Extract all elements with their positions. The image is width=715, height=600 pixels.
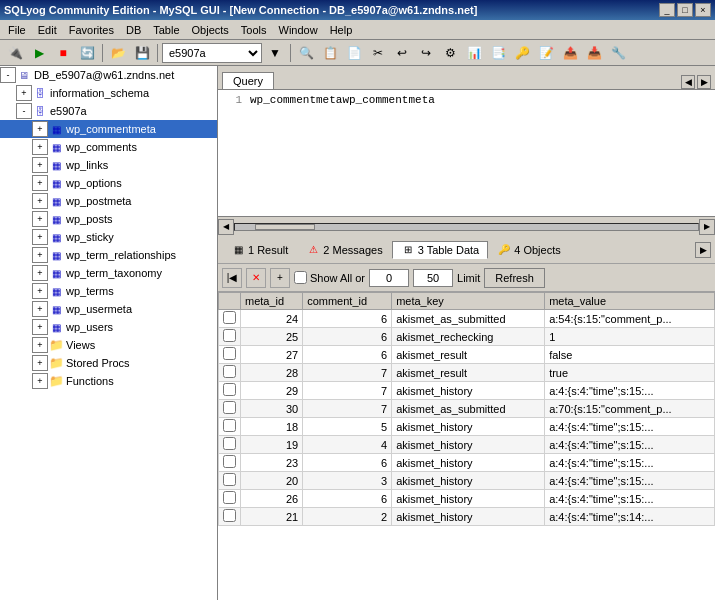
row-checkbox[interactable] <box>223 455 236 468</box>
col-header-comment-id[interactable]: comment_id <box>303 293 392 310</box>
row-checkbox[interactable] <box>223 473 236 486</box>
col-header-meta-id[interactable]: meta_id <box>241 293 303 310</box>
row-checkbox[interactable] <box>223 419 236 432</box>
sidebar-item-functions[interactable]: + 📁 Functions <box>0 372 217 390</box>
sidebar-item-wp-comments[interactable]: + ▦ wp_comments <box>0 138 217 156</box>
expander-info[interactable]: + <box>16 85 32 101</box>
expander-functions[interactable]: + <box>32 373 48 389</box>
tools-btn7[interactable]: 📥 <box>583 42 605 64</box>
expander-views[interactable]: + <box>32 337 48 353</box>
col-header-meta-key[interactable]: meta_key <box>392 293 545 310</box>
sidebar-item-views[interactable]: + 📁 Views <box>0 336 217 354</box>
expander-wp-options[interactable]: + <box>32 175 48 191</box>
minimize-button[interactable]: _ <box>659 3 675 17</box>
table-row[interactable]: 25 6 akismet_rechecking 1 <box>219 328 715 346</box>
expander-wp-sticky[interactable]: + <box>32 229 48 245</box>
execute-button[interactable]: ▶ <box>28 42 50 64</box>
table-row[interactable]: 24 6 akismet_as_submitted a:54:{s:15:"co… <box>219 310 715 328</box>
tools-btn1[interactable]: ⚙ <box>439 42 461 64</box>
sidebar-item-wp-term-rel[interactable]: + ▦ wp_term_relationships <box>0 246 217 264</box>
menu-file[interactable]: File <box>2 22 32 38</box>
expander-e5907a[interactable]: - <box>16 103 32 119</box>
row-checkbox[interactable] <box>223 365 236 378</box>
menu-edit[interactable]: Edit <box>32 22 63 38</box>
row-checkbox[interactable] <box>223 509 236 522</box>
sidebar-item-wp-users[interactable]: + ▦ wp_users <box>0 318 217 336</box>
tab-objects[interactable]: 🔑 4 Objects <box>488 241 569 259</box>
tools-btn8[interactable]: 🔧 <box>607 42 629 64</box>
expander-stored-procs[interactable]: + <box>32 355 48 371</box>
expander-wp-links[interactable]: + <box>32 157 48 173</box>
database-selector[interactable]: e5907a <box>162 43 262 63</box>
row-checkbox[interactable] <box>223 329 236 342</box>
window-controls[interactable]: _ □ × <box>659 3 711 17</box>
show-all-checkbox[interactable] <box>294 271 307 284</box>
menu-help[interactable]: Help <box>324 22 359 38</box>
row-checkbox[interactable] <box>223 311 236 324</box>
tab-table-data[interactable]: ⊞ 3 Table Data <box>392 241 489 259</box>
expander-wp-commentmeta[interactable]: + <box>32 121 48 137</box>
tab-more-button[interactable]: ▶ <box>695 242 711 258</box>
paste-button[interactable]: 📄 <box>343 42 365 64</box>
table-row[interactable]: 28 7 akismet_result true <box>219 364 715 382</box>
sidebar-item-wp-links[interactable]: + ▦ wp_links <box>0 156 217 174</box>
sidebar-item-wp-sticky[interactable]: + ▦ wp_sticky <box>0 228 217 246</box>
row-checkbox[interactable] <box>223 401 236 414</box>
h-scroll-track[interactable] <box>234 223 699 231</box>
expander-wp-postmeta[interactable]: + <box>32 193 48 209</box>
query-tab[interactable]: Query <box>222 72 274 89</box>
row-checkbox[interactable] <box>223 437 236 450</box>
sidebar-item-server[interactable]: - 🖥 DB_e5907a@w61.zndns.net <box>0 66 217 84</box>
refresh-button[interactable]: Refresh <box>484 268 545 288</box>
table-row[interactable]: 23 6 akismet_history a:4:{s:4:"time";s:1… <box>219 454 715 472</box>
undo-button[interactable]: ↩ <box>391 42 413 64</box>
redo-button[interactable]: ↪ <box>415 42 437 64</box>
table-row[interactable]: 29 7 akismet_history a:4:{s:4:"time";s:1… <box>219 382 715 400</box>
scroll-left[interactable]: ◀ <box>218 219 234 235</box>
scroll-right[interactable]: ▶ <box>699 219 715 235</box>
refresh-schema-button[interactable]: 🔄 <box>76 42 98 64</box>
expander-wp-users[interactable]: + <box>32 319 48 335</box>
dropdown-arrow[interactable]: ▼ <box>264 42 286 64</box>
expander-wp-comments[interactable]: + <box>32 139 48 155</box>
offset-input[interactable] <box>369 269 409 287</box>
table-row[interactable]: 19 4 akismet_history a:4:{s:4:"time";s:1… <box>219 436 715 454</box>
tools-btn6[interactable]: 📤 <box>559 42 581 64</box>
cut-button[interactable]: ✂ <box>367 42 389 64</box>
copy-button[interactable]: 📋 <box>319 42 341 64</box>
row-checkbox[interactable] <box>223 383 236 396</box>
query-nav-left[interactable]: ◀ <box>681 75 695 89</box>
limit-input[interactable] <box>413 269 453 287</box>
expander-wp-term-tax[interactable]: + <box>32 265 48 281</box>
find-button[interactable]: 🔍 <box>295 42 317 64</box>
sidebar-item-wp-term-tax[interactable]: + ▦ wp_term_taxonomy <box>0 264 217 282</box>
menu-objects[interactable]: Objects <box>186 22 235 38</box>
save-button[interactable]: 💾 <box>131 42 153 64</box>
expander-wp-posts[interactable]: + <box>32 211 48 227</box>
open-button[interactable]: 📂 <box>107 42 129 64</box>
add-row-button[interactable]: + <box>270 268 290 288</box>
table-container[interactable]: meta_id comment_id meta_key meta_value 2… <box>218 292 715 600</box>
row-checkbox[interactable] <box>223 491 236 504</box>
maximize-button[interactable]: □ <box>677 3 693 17</box>
menu-favorites[interactable]: Favorites <box>63 22 120 38</box>
tab-messages[interactable]: ⚠ 2 Messages <box>297 241 391 259</box>
expander-wp-usermeta[interactable]: + <box>32 301 48 317</box>
expander-server[interactable]: - <box>0 67 16 83</box>
sidebar-item-stored-procs[interactable]: + 📁 Stored Procs <box>0 354 217 372</box>
sidebar-item-wp-options[interactable]: + ▦ wp_options <box>0 174 217 192</box>
menu-tools[interactable]: Tools <box>235 22 273 38</box>
tab-result[interactable]: ▦ 1 Result <box>222 241 297 259</box>
expander-wp-term-rel[interactable]: + <box>32 247 48 263</box>
col-header-meta-value[interactable]: meta_value <box>545 293 715 310</box>
tools-btn5[interactable]: 📝 <box>535 42 557 64</box>
table-row[interactable]: 21 2 akismet_history a:4:{s:4:"time";s:1… <box>219 508 715 526</box>
table-row[interactable]: 27 6 akismet_result false <box>219 346 715 364</box>
delete-row-button[interactable]: ✕ <box>246 268 266 288</box>
sidebar-item-wp-usermeta[interactable]: + ▦ wp_usermeta <box>0 300 217 318</box>
sidebar-item-wp-terms[interactable]: + ▦ wp_terms <box>0 282 217 300</box>
close-button[interactable]: × <box>695 3 711 17</box>
new-connection-button[interactable]: 🔌 <box>4 42 26 64</box>
query-content[interactable]: 1 wp_commentmetawp_commentmeta <box>218 90 715 216</box>
h-scroll-thumb[interactable] <box>255 224 315 230</box>
